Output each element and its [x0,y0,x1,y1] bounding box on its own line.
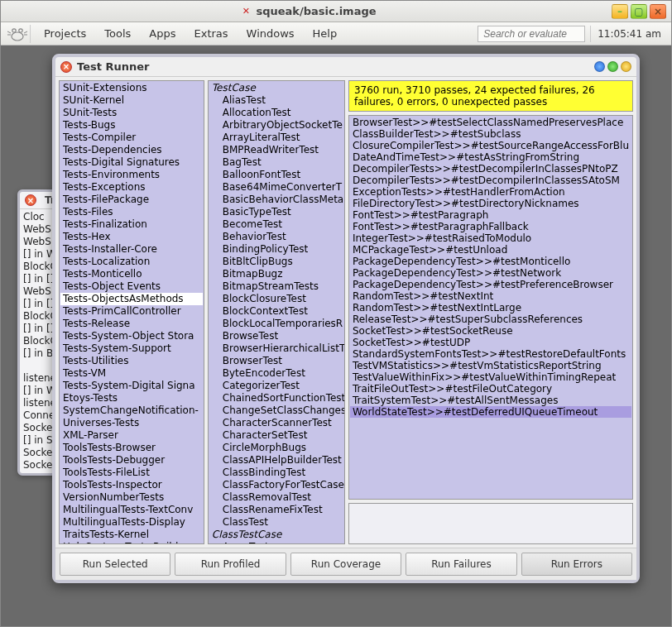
class-row[interactable]: BrowserHierarchicalListT [209,342,343,355]
result-row[interactable]: TestVMStatistics>>#testVmStatisticsRepor… [350,360,631,371]
result-row[interactable]: DateAndTimeTest>>#testAsStringFromString [350,151,631,163]
package-row[interactable]: Tests-PrimCallController [60,305,203,318]
class-row[interactable]: BrowseTest [209,330,343,342]
package-row[interactable]: Tests-Object Events [60,280,203,293]
test-runner-titlebar[interactable]: × Test Runner [55,57,636,77]
run-errors-button[interactable]: Run Errors [521,553,632,576]
package-row[interactable]: Tests-ObjectsAsMethods [60,293,203,305]
detail-pane[interactable] [348,503,633,544]
result-row[interactable]: ClosureCompilerTest>>#testSourceRangeAcc… [350,140,631,151]
class-row[interactable]: ArrayTest [209,541,343,543]
package-row[interactable]: Tests-Environments [60,169,203,181]
class-row[interactable]: ChangeSetClassChanges [209,404,343,417]
class-row[interactable]: ArrayLiteralTest [209,132,343,144]
expand-icon[interactable] [607,61,618,72]
class-row[interactable]: ClassBindingTest [209,467,343,479]
package-row[interactable]: Tests-Digital Signatures [60,156,203,169]
class-row[interactable]: ArbitraryObjectSocketTe [209,119,343,132]
package-row[interactable]: Tests-Compiler [60,132,203,144]
package-row[interactable]: Tests-Hex [60,231,203,243]
class-row[interactable]: CategorizerTest [209,380,343,392]
class-row[interactable]: ClassAPIHelpBuilderTest [209,454,343,467]
menu-help[interactable]: Help [305,24,346,43]
package-row[interactable]: SUnit-Extensions [60,82,203,94]
menu-tools[interactable]: Tools [96,24,139,43]
package-row[interactable]: ToolsTests-FileList [60,467,203,479]
result-row[interactable]: FontTest>>#testParagraph [350,209,631,221]
result-row[interactable]: MCPackageTest>>#testUnload [350,244,631,256]
result-row[interactable]: ExceptionTests>>#testHandlerFromAction [350,186,631,198]
result-row[interactable]: DecompilerTests>>#testDecompilerInClasse… [350,163,631,175]
package-row[interactable]: Tests-System-Support [60,342,203,355]
package-row[interactable]: Tests-FilePackage [60,194,203,206]
package-row[interactable]: Tests-Utilities [60,355,203,367]
menu-apps[interactable]: Apps [141,24,184,43]
squeak-logo-icon[interactable] [4,25,31,43]
class-row[interactable]: BagTest [209,156,343,169]
class-row[interactable]: ClassTest [209,516,343,529]
menu-extras[interactable]: Extras [185,24,236,43]
class-row[interactable]: BitmapStreamTests [209,280,343,293]
package-row[interactable]: Tests-Localization [60,256,203,268]
class-row[interactable]: CharacterSetTest [209,429,343,442]
result-row[interactable]: StandardSystemFontsTest>>#testRestoreDef… [350,348,631,360]
package-row[interactable]: ToolsTests-Inspector [60,479,203,491]
packages-list[interactable]: SUnit-ExtensionsSUnit-KernelSUnit-TestsT… [60,81,204,543]
run-selected-button[interactable]: Run Selected [60,553,170,576]
results-list[interactable]: BrowserTest>>#testSelectClassNamedPreser… [348,115,633,500]
class-row[interactable]: Base64MimeConverterT [209,181,343,194]
classes-list[interactable]: TestCaseAliasTestAllocationTestArbitrary… [209,81,344,543]
result-row[interactable]: TraitFileOutTest>>#testFileOutCategory [350,383,631,395]
class-row[interactable]: BrowserTest [209,355,343,367]
result-row[interactable]: ReleaseTest>>#testSuperSubclassReference… [350,314,631,325]
package-row[interactable]: XML-Parser [60,429,203,442]
package-row[interactable]: TraitsTests-Kernel [60,529,203,541]
menu-windows[interactable]: Windows [238,24,303,43]
class-group-header[interactable]: TestCase [209,82,343,94]
package-row[interactable]: SUnit-Kernel [60,94,203,107]
result-row[interactable]: TestValueWithinFix>>#testValueWithinTimi… [350,371,631,383]
result-row[interactable]: PackageDependencyTest>>#testMonticello [350,256,631,267]
result-row[interactable]: SocketTest>>#testUDP [350,337,631,348]
class-row[interactable]: ClassRenameFixTest [209,504,343,516]
class-row[interactable]: AliasTest [209,94,343,107]
class-row[interactable]: CircleMorphBugs [209,442,343,454]
result-row[interactable]: WorldStateTest>>#testDeferredUIQueueTime… [350,406,631,418]
package-row[interactable]: Etoys-Tests [60,392,203,404]
close-button[interactable]: × [650,4,666,19]
package-row[interactable]: SUnit-Tests [60,107,203,119]
result-row[interactable]: TraitSystemTest>>#testAllSentMessages [350,395,631,406]
class-row[interactable]: BMPReadWriterTest [209,144,343,156]
class-row[interactable]: ClassFactoryForTestCase [209,479,343,491]
package-row[interactable]: HelpSystem-Tests-Builders [60,541,203,543]
class-row[interactable]: BalloonFontTest [209,169,343,181]
package-row[interactable]: ToolsTests-Debugger [60,454,203,467]
package-row[interactable]: Tests-Bugs [60,119,203,132]
class-group-header[interactable]: ClassTestCase [209,529,343,541]
class-row[interactable]: BitBltClipBugs [209,256,343,268]
package-row[interactable]: Tests-Release [60,318,203,330]
search-input[interactable] [478,26,585,42]
result-row[interactable]: BrowserTest>>#testSelectClassNamedPreser… [350,117,631,128]
result-row[interactable]: ClassBuilderTest>>#testSubclass [350,128,631,140]
class-row[interactable]: ChainedSortFunctionTest [209,392,343,404]
package-row[interactable]: ToolsTests-Browser [60,442,203,454]
result-row[interactable]: FontTest>>#testParagraphFallback [350,221,631,232]
class-row[interactable]: BasicTypeTest [209,206,343,218]
class-row[interactable]: BehaviorTest [209,231,343,243]
package-row[interactable]: Tests-Finalization [60,218,203,231]
class-row[interactable]: CharacterScannerTest [209,417,343,429]
package-row[interactable]: Tests-Installer-Core [60,243,203,256]
run-coverage-button[interactable]: Run Coverage [290,553,401,576]
package-row[interactable]: Tests-Monticello [60,268,203,280]
class-row[interactable]: BlockContextTest [209,305,343,318]
package-row[interactable]: MultilingualTests-TextConv [60,504,203,516]
class-row[interactable]: BitmapBugz [209,268,343,280]
class-row[interactable]: ByteEncoderTest [209,367,343,380]
class-row[interactable]: BlockLocalTemporariesR [209,318,343,330]
result-row[interactable]: IntegerTest>>#testRaisedToModulo [350,232,631,244]
result-row[interactable]: RandomTest>>#testNextInt [350,290,631,302]
result-row[interactable]: RandomTest>>#testNextIntLarge [350,302,631,314]
menu-icon[interactable] [594,61,605,72]
os-titlebar[interactable]: ✕ squeak/basic.image – ▢ × [1,1,671,22]
